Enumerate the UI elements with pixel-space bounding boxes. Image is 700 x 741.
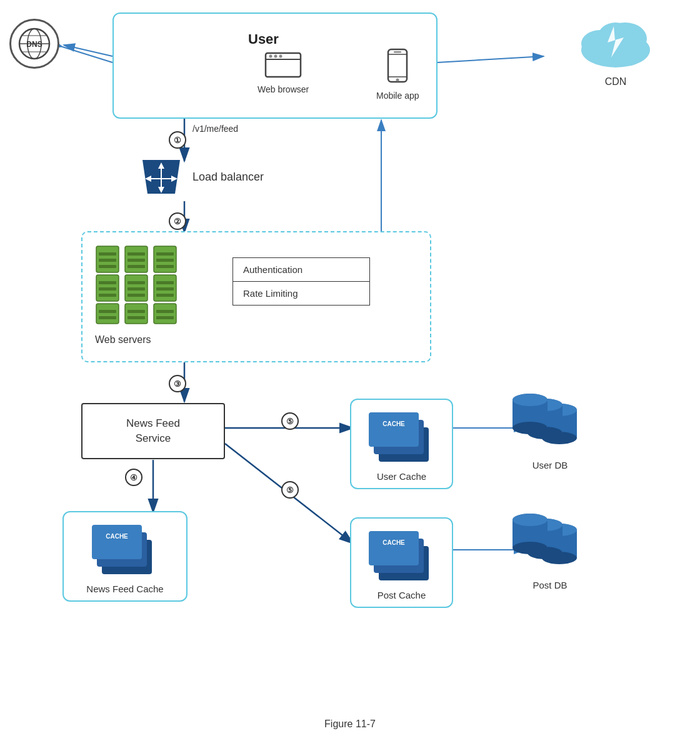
auth-rate-box: Authentication Rate Limiting bbox=[232, 257, 370, 306]
step-1: ① bbox=[169, 131, 186, 149]
user-box: User Web browser Mobile app bbox=[112, 12, 438, 119]
svg-line-6 bbox=[438, 56, 544, 62]
svg-line-4 bbox=[62, 47, 112, 62]
news-feed-cache-icon: CACHE CACHE CACHE bbox=[91, 521, 159, 577]
step-5a: ⑤ bbox=[281, 412, 299, 430]
news-feed-service-box: News FeedService bbox=[81, 403, 225, 459]
user-label: User bbox=[248, 31, 279, 47]
svg-rect-72 bbox=[156, 287, 174, 291]
cdn-label: CDN bbox=[575, 76, 656, 87]
svg-rect-53 bbox=[99, 310, 116, 313]
step-4: ④ bbox=[125, 469, 142, 486]
web-browser-label: Web browser bbox=[258, 84, 309, 94]
news-feed-cache-label: News Feed Cache bbox=[86, 584, 163, 594]
svg-point-26 bbox=[279, 55, 282, 58]
svg-rect-71 bbox=[156, 281, 174, 284]
svg-point-117 bbox=[512, 542, 548, 554]
server-icon-2 bbox=[124, 245, 149, 326]
post-db-icon bbox=[512, 512, 588, 575]
svg-rect-57 bbox=[128, 259, 145, 262]
user-cache-label: User Cache bbox=[377, 471, 426, 482]
svg-rect-63 bbox=[125, 304, 148, 324]
post-cache-box: CACHE CACHE CACHE Post Cache bbox=[350, 517, 453, 608]
svg-rect-75 bbox=[156, 310, 174, 313]
svg-point-25 bbox=[274, 55, 278, 58]
web-browser-area: Web browser bbox=[258, 48, 309, 94]
auth-label: Authentication bbox=[233, 258, 369, 282]
svg-rect-68 bbox=[156, 259, 174, 262]
server-icon-1 bbox=[95, 245, 120, 326]
path-label: /v1/me/feed bbox=[192, 124, 238, 134]
step-5b: ⑤ bbox=[281, 481, 299, 499]
svg-rect-62 bbox=[128, 294, 145, 297]
svg-rect-81 bbox=[92, 525, 142, 559]
svg-rect-76 bbox=[156, 316, 174, 319]
mobile-app-label: Mobile app bbox=[376, 91, 419, 101]
user-db-label: User DB bbox=[532, 460, 568, 470]
svg-text:DNS: DNS bbox=[26, 40, 42, 49]
user-cache-icon: CACHE CACHE CACHE bbox=[368, 409, 436, 465]
server-icons bbox=[95, 245, 178, 326]
web-servers-label: Web servers bbox=[95, 334, 151, 346]
cdn-cloud-icon bbox=[575, 12, 656, 69]
svg-point-118 bbox=[512, 514, 548, 526]
post-db-label: Post DB bbox=[532, 580, 567, 590]
svg-rect-60 bbox=[128, 281, 145, 284]
server-icon-3 bbox=[152, 245, 178, 326]
svg-point-24 bbox=[269, 55, 272, 58]
svg-text:CACHE: CACHE bbox=[382, 420, 405, 427]
dns-box: DNS bbox=[9, 19, 59, 69]
svg-rect-51 bbox=[99, 294, 116, 297]
user-cache-box: CACHE CACHE CACHE User Cache bbox=[350, 399, 453, 489]
rate-limit-label: Rate Limiting bbox=[233, 282, 369, 305]
svg-rect-65 bbox=[128, 316, 145, 319]
dns-globe-icon: DNS bbox=[18, 27, 51, 61]
load-balancer-area: Load balancer bbox=[136, 155, 264, 199]
svg-point-105 bbox=[512, 422, 548, 434]
user-db-area: User DB bbox=[512, 392, 588, 470]
svg-rect-52 bbox=[96, 304, 119, 324]
news-feed-cache-box: CACHE CACHE CACHE News Feed Cache bbox=[62, 511, 188, 602]
step-3: ③ bbox=[169, 375, 186, 392]
svg-rect-31 bbox=[394, 51, 401, 53]
step-2: ② bbox=[169, 212, 186, 230]
mobile-app-icon bbox=[385, 48, 410, 86]
web-browser-icon bbox=[263, 48, 303, 79]
load-balancer-icon bbox=[136, 155, 186, 199]
svg-rect-74 bbox=[154, 304, 176, 324]
mobile-app-area: Mobile app bbox=[376, 48, 419, 101]
svg-rect-87 bbox=[369, 412, 419, 447]
svg-rect-46 bbox=[99, 259, 116, 262]
figure-caption: Figure 11-7 bbox=[324, 719, 376, 730]
svg-text:CACHE: CACHE bbox=[382, 539, 405, 546]
svg-point-106 bbox=[512, 394, 548, 406]
svg-line-5 bbox=[64, 45, 112, 56]
user-db-icon bbox=[512, 392, 588, 455]
svg-rect-47 bbox=[99, 265, 116, 268]
svg-rect-56 bbox=[128, 252, 145, 256]
svg-rect-69 bbox=[156, 265, 174, 268]
svg-point-30 bbox=[396, 79, 399, 82]
svg-rect-93 bbox=[369, 531, 419, 565]
svg-rect-54 bbox=[99, 316, 116, 319]
news-feed-service-label: News FeedService bbox=[126, 416, 180, 446]
cdn-area: CDN bbox=[575, 12, 656, 87]
svg-rect-64 bbox=[128, 310, 145, 313]
svg-rect-45 bbox=[99, 252, 116, 256]
svg-rect-73 bbox=[156, 294, 174, 297]
web-servers-box: Web servers Authentication Rate Limiting bbox=[81, 231, 431, 362]
svg-rect-67 bbox=[156, 252, 174, 256]
svg-rect-61 bbox=[128, 287, 145, 291]
post-cache-icon: CACHE CACHE CACHE bbox=[368, 527, 436, 584]
post-cache-label: Post Cache bbox=[378, 590, 426, 600]
svg-rect-49 bbox=[99, 281, 116, 284]
svg-rect-58 bbox=[128, 265, 145, 268]
diagram: DNS User Web browser Mobil bbox=[0, 0, 700, 741]
svg-rect-50 bbox=[99, 287, 116, 291]
post-db-area: Post DB bbox=[512, 512, 588, 590]
svg-text:CACHE: CACHE bbox=[106, 533, 128, 540]
load-balancer-label: Load balancer bbox=[192, 171, 264, 184]
